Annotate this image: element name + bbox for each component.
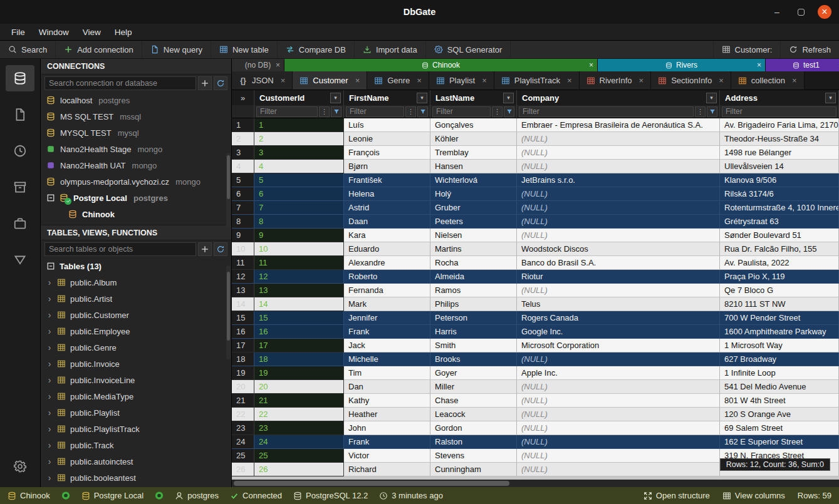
grid-cell[interactable]: Eduardo bbox=[344, 242, 430, 256]
grid-cell[interactable]: Ullevålsveien 14 bbox=[720, 160, 839, 173]
grid-cell[interactable]: Victor bbox=[344, 449, 430, 463]
table-item-public-album[interactable]: ›public.Album bbox=[41, 274, 231, 291]
grid-cell[interactable]: Gordon bbox=[430, 421, 517, 435]
grid-cell[interactable]: Rotenturmstraße 4, 1010 Innere Stadt bbox=[720, 201, 839, 215]
grid-cell[interactable]: Sønder Boulevard 51 bbox=[720, 229, 839, 242]
grid-cell[interactable]: Chase bbox=[430, 394, 517, 408]
new-query-button[interactable]: New query bbox=[142, 41, 211, 58]
grid-cell[interactable]: 541 Del Medio Avenue bbox=[720, 380, 839, 394]
close-icon[interactable]: × bbox=[757, 61, 761, 69]
grid-cell[interactable]: Frank bbox=[344, 435, 430, 449]
grid-cell[interactable]: Theodor-Heuss-Straße 34 bbox=[720, 132, 839, 146]
grid-cell[interactable]: Daan bbox=[344, 215, 430, 229]
row-number[interactable]: 13 bbox=[232, 284, 254, 297]
grid-cell[interactable]: Frank bbox=[344, 325, 430, 339]
grid-cell[interactable]: Gonçalves bbox=[430, 118, 517, 132]
iconbar-plugins[interactable] bbox=[6, 210, 34, 237]
grid-cell[interactable]: Roberto bbox=[344, 270, 430, 284]
grid-cell[interactable]: Jennifer bbox=[344, 311, 430, 325]
grid-cell[interactable]: (NULL) bbox=[517, 229, 720, 242]
grid-cell[interactable]: Gruber bbox=[430, 201, 517, 215]
column-header-lastname[interactable]: LastName▾ bbox=[430, 90, 517, 105]
grid-cell[interactable]: Rocha bbox=[430, 256, 517, 270]
menu-view[interactable]: View bbox=[76, 26, 107, 39]
row-number[interactable]: 12 bbox=[232, 270, 254, 284]
grid-cell[interactable]: Praça Pio X, 119 bbox=[720, 270, 839, 284]
grid-cell[interactable]: 18 bbox=[254, 352, 344, 366]
grid-cell[interactable]: 9 bbox=[254, 229, 344, 242]
column-dropdown-button[interactable]: ▾ bbox=[330, 93, 341, 103]
iconbar-cell-data[interactable] bbox=[6, 247, 34, 273]
grid-cell[interactable]: Stevens bbox=[430, 449, 517, 463]
grid-cell[interactable]: 20 bbox=[254, 380, 344, 394]
iconbar-archive[interactable] bbox=[6, 174, 34, 200]
grid-cell[interactable]: (NULL) bbox=[517, 352, 720, 366]
tab-playlist[interactable]: Playlist× bbox=[429, 71, 494, 90]
row-number[interactable]: 5 bbox=[232, 173, 254, 187]
close-icon[interactable]: × bbox=[567, 76, 572, 85]
row-number[interactable]: 2 bbox=[232, 132, 254, 146]
tab-collection[interactable]: collection× bbox=[731, 71, 805, 90]
menu-window[interactable]: Window bbox=[33, 26, 75, 39]
row-number[interactable]: 17 bbox=[232, 339, 254, 352]
filter-input-company[interactable] bbox=[519, 106, 694, 117]
grid-cell[interactable]: 19 bbox=[254, 366, 344, 380]
grid-cell[interactable]: Telus bbox=[517, 297, 720, 311]
grid-cell[interactable]: 23 bbox=[254, 421, 344, 435]
db-tab-chinook[interactable]: Chinook× bbox=[284, 59, 598, 71]
grid-cell[interactable]: 801 W 4th Street bbox=[720, 394, 839, 408]
connection-item-mysql-test[interactable]: MYSQL TESTmysql bbox=[41, 125, 231, 141]
row-number[interactable]: 9 bbox=[232, 229, 254, 242]
row-number[interactable]: 26 bbox=[232, 463, 254, 476]
column-header-firstname[interactable]: FirstName▾ bbox=[344, 90, 430, 105]
tab-playlisttrack[interactable]: PlaylistTrack× bbox=[494, 71, 580, 90]
grid-cell[interactable]: Peeters bbox=[430, 215, 517, 229]
grid-cell[interactable]: 12 bbox=[254, 270, 344, 284]
minimize-button[interactable]: – bbox=[770, 5, 784, 19]
connection-item-chinook[interactable]: Chinook bbox=[41, 206, 231, 222]
grid-cell[interactable]: František bbox=[344, 173, 430, 187]
status-open-structure[interactable]: Open structure bbox=[644, 491, 710, 500]
grid-cell[interactable]: 8 bbox=[254, 215, 344, 229]
grid-cell[interactable]: 21 bbox=[254, 394, 344, 408]
table-item-public-track[interactable]: ›public.Track bbox=[41, 437, 231, 453]
filter-menu-button[interactable]: ⋮ bbox=[492, 106, 503, 117]
grid-cell[interactable]: 15 bbox=[254, 311, 344, 325]
grid-cell[interactable]: Mark bbox=[344, 297, 430, 311]
row-number[interactable]: 11 bbox=[232, 256, 254, 270]
row-number[interactable]: 3 bbox=[232, 146, 254, 160]
iconbar-files[interactable] bbox=[6, 101, 34, 128]
grid-cell[interactable]: Heather bbox=[344, 408, 430, 421]
column-dropdown-button[interactable]: ▾ bbox=[417, 93, 427, 103]
grid-cell[interactable]: Astrid bbox=[344, 201, 430, 215]
table-item-public-booleantest[interactable]: ›public.booleantest bbox=[41, 470, 231, 486]
new-table-button[interactable]: New table bbox=[211, 41, 278, 58]
close-icon[interactable]: × bbox=[719, 76, 724, 85]
tab-genre[interactable]: Genre× bbox=[367, 71, 429, 90]
row-number[interactable]: 6 bbox=[232, 187, 254, 201]
search-button[interactable]: Search bbox=[0, 41, 56, 58]
row-number[interactable]: 7 bbox=[232, 201, 254, 215]
grid-cell[interactable]: 22 bbox=[254, 408, 344, 421]
grid-cell[interactable]: Qe 7 Bloco G bbox=[720, 284, 839, 297]
db-tab-test1[interactable]: test1× bbox=[766, 59, 839, 71]
db-tab--no-db-[interactable]: (no DB)× bbox=[232, 59, 284, 71]
grid-cell[interactable]: Helena bbox=[344, 187, 430, 201]
table-item-public-playlisttrack[interactable]: ›public.PlaylistTrack bbox=[41, 421, 231, 437]
grid-cell[interactable]: Rilská 3174/6 bbox=[720, 187, 839, 201]
grid-cell[interactable]: Nielsen bbox=[430, 229, 517, 242]
grid-cell[interactable]: 1 bbox=[254, 118, 344, 132]
grid-cell[interactable]: 17 bbox=[254, 339, 344, 352]
row-number[interactable]: 16 bbox=[232, 325, 254, 339]
grid-cell[interactable]: (NULL) bbox=[517, 132, 720, 146]
grid-cell[interactable]: 14 bbox=[254, 297, 344, 311]
grid-cell[interactable]: Bjørn bbox=[344, 160, 430, 173]
grid-cell[interactable]: (NULL) bbox=[517, 394, 720, 408]
connection-item-nano2health-uat[interactable]: Nano2Health UATmongo bbox=[41, 157, 231, 173]
table-item-public-genre[interactable]: ›public.Genre bbox=[41, 339, 231, 356]
connections-search-input[interactable] bbox=[44, 76, 196, 90]
close-icon[interactable]: × bbox=[281, 76, 286, 85]
grid-cell[interactable]: (NULL) bbox=[517, 215, 720, 229]
grid-cell[interactable]: Wichterlová bbox=[430, 173, 517, 187]
grid-cell[interactable]: 24 bbox=[254, 435, 344, 449]
